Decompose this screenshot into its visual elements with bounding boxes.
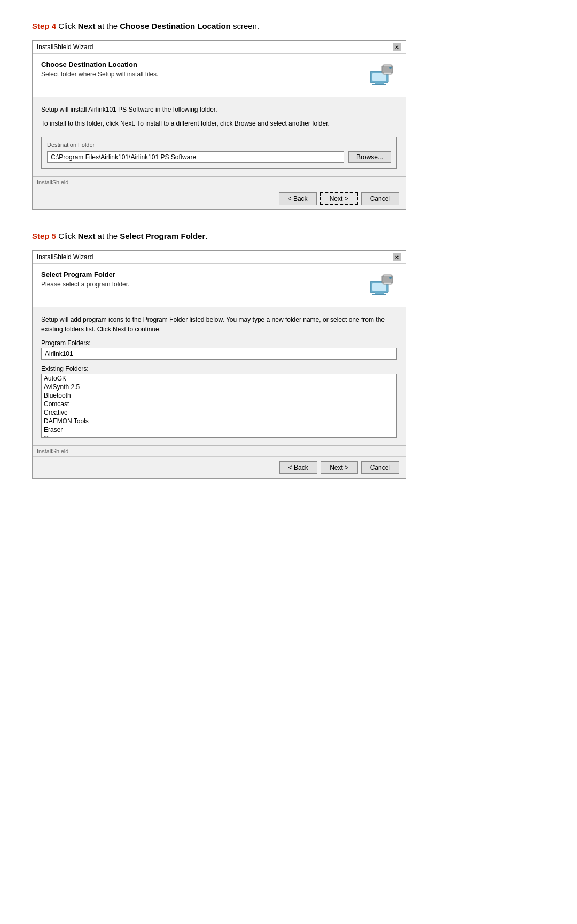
list-item[interactable]: AviSynth 2.5	[42, 383, 396, 391]
step4-close-button[interactable]: ×	[393, 43, 401, 51]
step5-existing-folders-listbox[interactable]: AutoGKAviSynth 2.5BluetoothComcastCreati…	[41, 374, 397, 438]
step5-header-text: Select Program Folder Please select a pr…	[41, 270, 129, 288]
step5-header: Step 5 Click Next at the Select Program …	[32, 231, 545, 240]
computer-printer-icon	[367, 60, 397, 90]
list-item[interactable]: Creative	[42, 408, 396, 417]
list-item[interactable]: Bluetooth	[42, 391, 396, 400]
step4-wizard-window: InstallShield Wizard × Choose Destinatio…	[32, 40, 406, 210]
step4-browse-button[interactable]: Browse...	[348, 151, 391, 163]
step4-wizard-footer: < Back Next > Cancel	[33, 188, 406, 209]
svg-rect-5	[383, 65, 392, 67]
step5-program-folder-input[interactable]	[41, 348, 397, 360]
list-item[interactable]: Games	[42, 434, 396, 438]
step5-header-title: Select Program Folder	[41, 270, 129, 278]
step4-body-line1: Setup will install Airlink101 PS Softwar…	[41, 105, 397, 114]
svg-rect-11	[372, 294, 386, 295]
step5-wizard-footer: < Back Next > Cancel	[33, 456, 406, 478]
list-item[interactable]: Eraser	[42, 425, 396, 434]
step4-dest-folder-legend: Destination Folder	[47, 142, 391, 148]
list-item[interactable]: DAEMON Tools	[42, 417, 396, 425]
step4-cancel-button[interactable]: Cancel	[361, 192, 399, 205]
svg-rect-10	[375, 292, 384, 294]
step4-text: Click Next at the Choose Destination Loc…	[56, 21, 259, 30]
step5-back-button[interactable]: < Back	[279, 461, 317, 474]
svg-point-15	[389, 277, 392, 279]
step4-title: InstallShield Wizard	[37, 43, 93, 51]
svg-rect-13	[383, 275, 392, 277]
svg-rect-6	[383, 72, 392, 74]
step4-body-line2: To install to this folder, click Next. T…	[41, 119, 397, 128]
step5-titlebar: InstallShield Wizard ×	[33, 251, 406, 264]
step4-header-text: Choose Destination Location Select folde…	[41, 60, 158, 78]
list-item[interactable]: AutoGK	[42, 374, 396, 383]
step5-number: Step 5	[32, 231, 56, 240]
step4-number: Step 4	[32, 21, 56, 30]
step4-header: Step 4 Click Next at the Choose Destinat…	[32, 21, 545, 30]
step5-installshield-bar: InstallShield	[33, 445, 406, 456]
step4-wizard-body: Setup will install Airlink101 PS Softwar…	[33, 97, 406, 176]
step5-wizard-window: InstallShield Wizard × Select Program Fo…	[32, 250, 406, 479]
step4-header-icon	[367, 60, 397, 90]
step4-header-title: Choose Destination Location	[41, 60, 158, 68]
step5-existing-folders-label: Existing Folders:	[41, 365, 397, 372]
step5-body-line1: Setup will add program icons to the Prog…	[41, 315, 397, 334]
computer-printer-icon-2	[367, 270, 397, 300]
step5-next-button[interactable]: Next >	[321, 461, 358, 474]
step5-header-subtitle: Please select a program folder.	[41, 281, 129, 288]
step5-wizard-header: Select Program Folder Please select a pr…	[33, 264, 406, 307]
step5-text: Click Next at the Select Program Folder.	[56, 231, 207, 240]
step4-installshield-bar: InstallShield	[33, 176, 406, 188]
svg-rect-14	[383, 282, 392, 284]
step5-header-icon	[367, 270, 397, 300]
svg-point-7	[389, 67, 392, 69]
step5-wizard-body: Setup will add program icons to the Prog…	[33, 307, 406, 445]
step4-dest-folder-row: Browse...	[47, 151, 391, 163]
svg-rect-3	[372, 84, 386, 85]
step5-cancel-button[interactable]: Cancel	[361, 461, 399, 474]
list-item[interactable]: Comcast	[42, 400, 396, 408]
svg-rect-2	[375, 82, 384, 84]
step4-wizard-header: Choose Destination Location Select folde…	[33, 54, 406, 97]
step5-title: InstallShield Wizard	[37, 253, 93, 261]
step4-dest-folder-path[interactable]	[47, 151, 344, 163]
step4-titlebar: InstallShield Wizard ×	[33, 41, 406, 54]
step5-program-folders-label: Program Folders:	[41, 339, 397, 347]
step4-header-subtitle: Select folder where Setup will install f…	[41, 71, 158, 78]
step4-next-button[interactable]: Next >	[320, 192, 358, 205]
step4-back-button[interactable]: < Back	[279, 192, 317, 205]
step5-close-button[interactable]: ×	[393, 253, 401, 261]
step4-dest-folder-group: Destination Folder Browse...	[41, 137, 397, 169]
